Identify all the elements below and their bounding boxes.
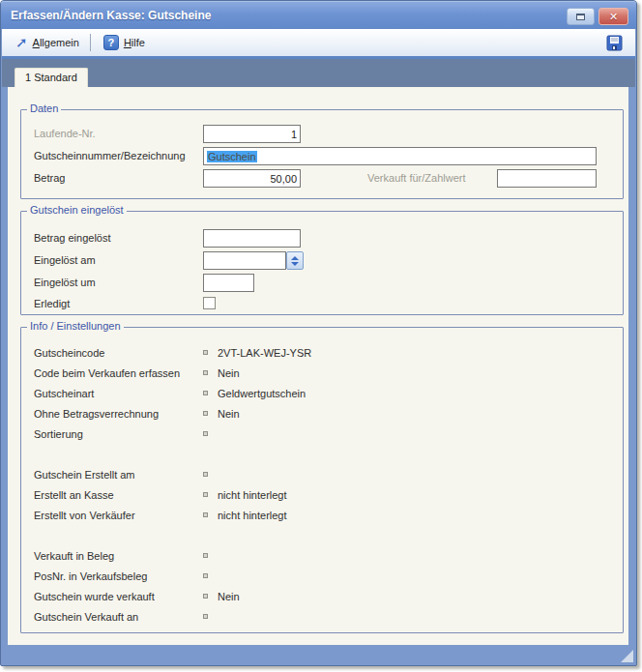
- bullet-icon: [203, 431, 208, 436]
- bezeichnung-input[interactable]: Gutschein: [203, 147, 597, 165]
- erledigt-label: Erledigt: [34, 298, 70, 309]
- dialog-window: Erfassen/Ändern Kasse: Gutscheine ✕ ➚ Al…: [0, 0, 637, 666]
- info-value: 2VT-LAK-WEJ-YSR: [218, 347, 311, 359]
- info-row-betragsverrechnung: Ohne Betragsverrechnung Nein: [21, 405, 623, 424]
- betrag-label: Betrag: [34, 172, 65, 184]
- bullet-icon: [203, 492, 208, 497]
- info-row-posnr: PosNr. in Verkaufsbeleg: [21, 568, 623, 587]
- row-eingeloest-um: Eingelöst um: [21, 274, 623, 293]
- info-row-verkauft-beleg: Verkauft in Beleg: [21, 547, 623, 567]
- info-label: Gutscheinart: [34, 388, 94, 399]
- bullet-icon: [203, 614, 208, 619]
- tab-strip: 1 Standard: [2, 59, 635, 87]
- eingeloest-um-label: Eingelöst um: [34, 277, 96, 288]
- group-info-einstellungen: Info / Einstellungen Gutscheincode 2VT-L…: [20, 327, 624, 633]
- eingeloest-am-input[interactable]: [203, 251, 286, 270]
- bullet-icon: [203, 472, 208, 477]
- tab-standard-label: 1 Standard: [25, 72, 77, 83]
- bullet-icon: [203, 411, 208, 416]
- info-row-gutscheinart: Gutscheinart Geldwertgutschein: [21, 385, 623, 404]
- group-eingeloest-legend: Gutschein eingelöst: [27, 204, 127, 216]
- window-title: Erfassen/Ändern Kasse: Gutscheine: [11, 2, 211, 29]
- toolbar: ➚ Allgemein ? Hilfe: [2, 29, 635, 56]
- group-daten: Daten Laufende-Nr. Gutscheinnummer/Bezei…: [20, 109, 624, 199]
- info-label: Gutscheincode: [34, 347, 104, 359]
- save-floppy-icon: [606, 35, 623, 51]
- bezeichnung-label: Gutscheinnummer/Bezeichnung: [34, 150, 186, 161]
- row-erledigt: Erledigt: [21, 295, 623, 314]
- info-value: nicht hinterlegt: [218, 510, 287, 521]
- laufende-nr-input[interactable]: [203, 125, 301, 143]
- info-row-sortierung: Sortierung: [21, 425, 623, 445]
- info-value: Geldwertgutschein: [218, 388, 306, 399]
- bullet-icon: [203, 350, 208, 355]
- toolbar-separator: [90, 34, 91, 51]
- info-label: Erstellt von Verkäufer: [34, 510, 135, 521]
- resize-grip[interactable]: [621, 650, 633, 662]
- bullet-icon: [203, 553, 208, 558]
- info-row-blank: [21, 527, 623, 546]
- info-row-erstellt-am: Gutschein Erstellt am: [21, 466, 623, 485]
- bullet-icon: [203, 594, 208, 599]
- info-row-gutscheincode: Gutscheincode 2VT-LAK-WEJ-YSR: [21, 344, 623, 364]
- date-spinner-button[interactable]: [286, 251, 304, 270]
- bullet-icon: [203, 512, 208, 517]
- group-daten-legend: Daten: [27, 102, 61, 114]
- info-row-verkauft-an: Gutschein Verkauft an: [21, 608, 623, 628]
- bullet-icon: [203, 391, 208, 395]
- row-laufende-nr: Laufende-Nr.: [21, 125, 623, 144]
- erledigt-checkbox[interactable]: [203, 297, 216, 309]
- info-row-wurde-verkauft: Gutschein wurde verkauft Nein: [21, 588, 623, 607]
- bezeichnung-selected-text: Gutschein: [207, 151, 257, 162]
- info-label: Gutschein Verkauft an: [34, 611, 138, 623]
- group-gutschein-eingeloest: Gutschein eingelöst Betrag eingelöst Ein…: [20, 211, 624, 315]
- row-betrag: Betrag Verkauft für/Zahlwert: [21, 169, 623, 189]
- info-label: Gutschein Erstellt am: [34, 469, 135, 481]
- group-info-legend: Info / Einstellungen: [27, 320, 124, 332]
- info-row-erstellt-verkaeufer: Erstellt von Verkäufer nicht hinterlegt: [21, 507, 623, 526]
- betrag-eingeloest-input[interactable]: [203, 229, 301, 248]
- tab-standard[interactable]: 1 Standard: [15, 68, 88, 87]
- info-value: Nein: [218, 591, 240, 602]
- info-label: PosNr. in Verkaufsbeleg: [34, 570, 147, 582]
- arrow-up-right-icon: ➚: [15, 36, 28, 49]
- hilfe-label: Hilfe: [124, 37, 145, 48]
- bullet-icon: [203, 370, 208, 375]
- info-value: nicht hinterlegt: [218, 489, 287, 501]
- eingeloest-am-label: Eingelöst am: [34, 254, 96, 266]
- title-bar[interactable]: Erfassen/Ändern Kasse: Gutscheine ✕: [1, 1, 636, 29]
- help-icon: ?: [103, 35, 119, 50]
- info-row-code-erfassen: Code beim Verkaufen erfassen Nein: [21, 365, 623, 384]
- info-value: Nein: [218, 408, 240, 420]
- betrag-eingeloest-label: Betrag eingelöst: [34, 232, 111, 244]
- minimize-icon: [576, 14, 585, 20]
- zahlwert-input[interactable]: [497, 169, 597, 188]
- spinner-down-icon: [291, 262, 299, 266]
- minimize-button[interactable]: [567, 8, 595, 25]
- close-icon: ✕: [609, 11, 618, 23]
- laufende-nr-label: Laufende-Nr.: [34, 128, 96, 139]
- allgemein-label: Allgemein: [33, 37, 79, 48]
- bullet-icon: [203, 573, 208, 578]
- info-row-blank: [21, 446, 623, 465]
- spinner-up-icon: [291, 256, 299, 260]
- betrag-input[interactable]: [203, 169, 301, 188]
- content-panel: Daten Laufende-Nr. Gutscheinnummer/Bezei…: [8, 87, 628, 645]
- allgemein-button[interactable]: ➚ Allgemein: [10, 33, 85, 52]
- info-label: Sortierung: [34, 428, 83, 440]
- eingeloest-um-input[interactable]: [203, 274, 254, 292]
- info-value: Nein: [218, 367, 240, 379]
- info-label: Code beim Verkaufen erfassen: [34, 367, 180, 379]
- save-button[interactable]: [601, 32, 627, 54]
- row-bezeichnung: Gutscheinnummer/Bezeichnung Gutschein: [21, 147, 623, 166]
- zahlwert-label: Verkauft für/Zahlwert: [367, 172, 466, 184]
- row-betrag-eingeloest: Betrag eingelöst: [21, 229, 623, 248]
- info-label: Ohne Betragsverrechnung: [34, 408, 159, 420]
- hilfe-button[interactable]: ? Hilfe: [98, 32, 151, 53]
- info-label: Verkauft in Beleg: [34, 550, 114, 562]
- row-eingeloest-am: Eingelöst am: [21, 251, 623, 271]
- info-row-erstellt-kasse: Erstellt an Kasse nicht hinterlegt: [21, 486, 623, 506]
- info-label: Gutschein wurde verkauft: [34, 591, 155, 602]
- info-label: Erstellt an Kasse: [34, 489, 114, 501]
- close-button[interactable]: ✕: [598, 8, 628, 25]
